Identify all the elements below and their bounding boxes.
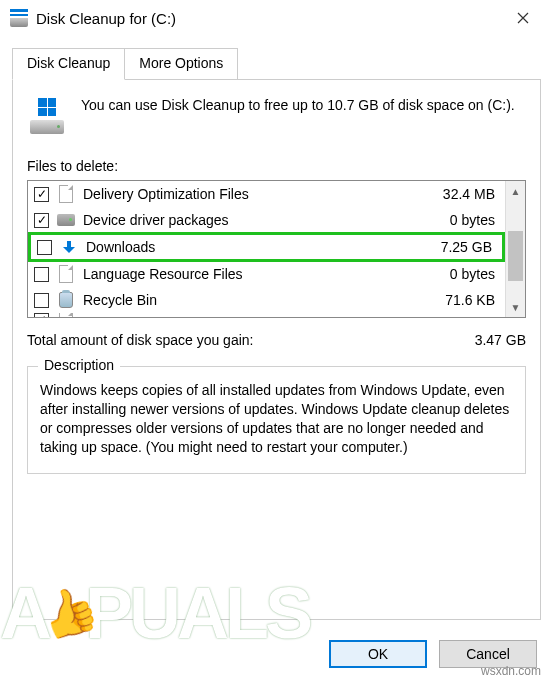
checkbox[interactable] xyxy=(34,187,49,202)
intro-text: You can use Disk Cleanup to free up to 1… xyxy=(81,96,526,136)
app-icon xyxy=(10,9,28,27)
file-size: 7.25 GB xyxy=(441,239,496,255)
list-item[interactable]: Temporary files3.01 MB xyxy=(28,313,505,317)
cleanup-icon xyxy=(27,96,67,136)
scroll-up-icon[interactable]: ▲ xyxy=(506,181,525,201)
window-title: Disk Cleanup for (C:) xyxy=(36,10,501,27)
tab-panel: You can use Disk Cleanup to free up to 1… xyxy=(12,80,541,620)
description-group: Description Windows keeps copies of all … xyxy=(27,366,526,474)
file-list: Delivery Optimization Files32.4 MBDevice… xyxy=(27,180,526,318)
file-name: Downloads xyxy=(86,239,441,255)
close-button[interactable] xyxy=(501,2,545,34)
tab-strip: Disk Cleanup More Options xyxy=(12,48,541,80)
total-label: Total amount of disk space you gain: xyxy=(27,332,475,348)
list-item[interactable]: Device driver packages0 bytes xyxy=(28,207,505,233)
file-size: 32.4 MB xyxy=(443,186,499,202)
file-size: 0 bytes xyxy=(450,212,499,228)
checkbox[interactable] xyxy=(34,313,49,317)
page-icon xyxy=(57,265,75,283)
close-icon xyxy=(517,12,529,24)
list-item[interactable]: Recycle Bin71.6 KB xyxy=(28,287,505,313)
scroll-down-icon[interactable]: ▼ xyxy=(506,297,525,317)
files-to-delete-label: Files to delete: xyxy=(27,158,526,174)
tab-disk-cleanup[interactable]: Disk Cleanup xyxy=(12,48,125,80)
total-value: 3.47 GB xyxy=(475,332,526,348)
tab-more-options[interactable]: More Options xyxy=(125,48,238,80)
scrollbar[interactable]: ▲ ▼ xyxy=(505,181,525,317)
file-name: Recycle Bin xyxy=(83,292,445,308)
checkbox[interactable] xyxy=(37,240,52,255)
file-name: Temporary files xyxy=(83,315,443,317)
checkbox[interactable] xyxy=(34,267,49,282)
watermark-site: wsxdn.com xyxy=(481,664,541,678)
file-name: Device driver packages xyxy=(83,212,450,228)
ok-button[interactable]: OK xyxy=(329,640,427,668)
file-size: 3.01 MB xyxy=(443,315,499,317)
total-line: Total amount of disk space you gain: 3.4… xyxy=(27,332,526,348)
file-name: Language Resource Files xyxy=(83,266,450,282)
list-item[interactable]: Language Resource Files0 bytes xyxy=(28,261,505,287)
file-size: 71.6 KB xyxy=(445,292,499,308)
description-text: Windows keeps copies of all installed up… xyxy=(40,381,513,457)
list-item[interactable]: Delivery Optimization Files32.4 MB xyxy=(28,181,505,207)
intro-row: You can use Disk Cleanup to free up to 1… xyxy=(27,96,526,136)
file-size: 0 bytes xyxy=(450,266,499,282)
checkbox[interactable] xyxy=(34,293,49,308)
list-item[interactable]: Downloads7.25 GB xyxy=(28,232,505,262)
bin-icon xyxy=(57,291,75,309)
drive-icon xyxy=(57,211,75,229)
title-bar: Disk Cleanup for (C:) xyxy=(0,0,553,36)
page-icon xyxy=(57,185,75,203)
description-legend: Description xyxy=(38,357,120,373)
file-name: Delivery Optimization Files xyxy=(83,186,443,202)
page-icon xyxy=(57,313,75,317)
down-icon xyxy=(60,238,78,256)
checkbox[interactable] xyxy=(34,213,49,228)
scroll-thumb[interactable] xyxy=(508,231,523,281)
watermark-brand: A👍PUALS xyxy=(0,572,309,654)
